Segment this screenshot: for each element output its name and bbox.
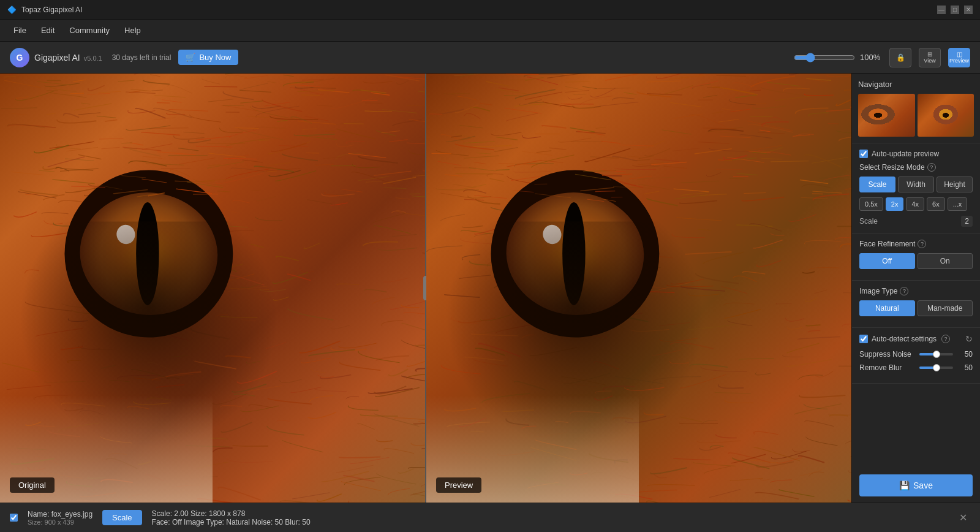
menu-bar: File Edit Community Help <box>0 20 980 42</box>
preview-label: Preview <box>436 477 481 493</box>
buy-icon: 🛒 <box>186 53 195 62</box>
close-button[interactable]: ✕ <box>964 6 973 14</box>
zoom-control: 100% <box>794 53 882 63</box>
minimize-button[interactable]: — <box>937 6 946 14</box>
resize-mode-header: Select Resize Mode ? <box>859 163 973 172</box>
auto-update-label: Auto-update preview <box>872 150 939 158</box>
navigator-title: Navigator <box>858 80 974 89</box>
face-on-button[interactable]: On <box>918 253 973 269</box>
scale-presets: 0.5x 2x 4x 6x ...x <box>859 197 973 211</box>
face-refinement-help-icon[interactable]: ? <box>918 240 926 248</box>
resize-mode-group: Scale Width Height <box>859 177 973 192</box>
auto-update-checkbox[interactable] <box>859 150 868 158</box>
face-refinement-section: Face Refinement ? Off On <box>852 234 980 281</box>
menu-community[interactable]: Community <box>63 23 116 37</box>
natural-button[interactable]: Natural <box>859 300 915 316</box>
image-viewer[interactable]: Original Preview <box>0 74 851 503</box>
man-made-button[interactable]: Man-made <box>918 300 973 316</box>
face-refinement-group: Off On <box>859 253 973 269</box>
auto-detect-checkbox[interactable] <box>859 335 868 343</box>
suppress-noise-row: Suppress Noise 50 <box>859 350 973 359</box>
suppress-noise-track[interactable] <box>919 353 953 355</box>
original-canvas <box>0 74 425 503</box>
status-file-info: Name: fox_eyes.jpg Size: 900 x 439 <box>28 510 92 526</box>
preset-4x-button[interactable]: 4x <box>906 197 924 211</box>
status-checkbox <box>10 514 18 522</box>
resize-mode-help-icon[interactable]: ? <box>927 163 936 172</box>
image-type-label: Image Type <box>859 287 897 295</box>
suppress-noise-value: 50 <box>958 350 973 359</box>
buy-now-button[interactable]: 🛒 Buy Now <box>178 50 238 65</box>
original-label: Original <box>10 477 55 493</box>
toolbar: G Gigapixel AI v5.0.1 30 days left in tr… <box>0 42 980 74</box>
zoom-slider[interactable] <box>794 53 855 63</box>
status-face-info: Face: Off Image Type: Natural Noise: 50 … <box>152 518 311 526</box>
preset-2x-button[interactable]: 2x <box>886 197 904 211</box>
nav-preview <box>858 94 974 137</box>
menu-help[interactable]: Help <box>118 23 147 37</box>
menu-edit[interactable]: Edit <box>35 23 61 37</box>
refresh-icon[interactable]: ↻ <box>965 334 973 344</box>
preview-canvas <box>426 74 851 503</box>
resize-mode-label: Select Resize Mode <box>859 163 925 172</box>
suppress-noise-label: Suppress Noise <box>859 350 914 359</box>
face-off-button[interactable]: Off <box>859 253 915 269</box>
navigator-section: Navigator <box>852 74 980 143</box>
preset-05x-button[interactable]: 0.5x <box>859 197 883 211</box>
nav-thumb-after <box>918 94 974 137</box>
view-icon: ⊞ <box>927 51 932 58</box>
scale-value: 2 <box>961 216 973 227</box>
save-section: 💾 Save <box>852 465 980 503</box>
lock-button[interactable]: 🔒 <box>889 48 911 67</box>
auto-detect-help-icon[interactable]: ? <box>941 335 950 343</box>
remove-blur-track[interactable] <box>919 367 953 369</box>
image-type-help-icon[interactable]: ? <box>900 287 908 295</box>
remove-blur-row: Remove Blur 50 <box>859 363 973 372</box>
auto-detect-row: Auto-detect settings ? <box>859 335 950 343</box>
main-content: Original Preview Navigator <box>0 74 980 503</box>
app-version: v5.0.1 <box>84 55 102 62</box>
status-scale-button[interactable]: Scale <box>102 510 142 525</box>
scale-value-row: Scale 2 <box>859 216 973 227</box>
remove-blur-label: Remove Blur <box>859 363 914 372</box>
save-button[interactable]: 💾 Save <box>859 474 973 496</box>
resize-height-button[interactable]: Height <box>937 177 973 192</box>
original-panel: Original <box>0 74 425 503</box>
status-close-button[interactable]: ✕ <box>956 511 970 525</box>
preset-custom-button[interactable]: ...x <box>948 197 968 211</box>
auto-update-section: Auto-update preview Select Resize Mode ?… <box>852 143 980 234</box>
right-panel: Navigator Auto-update preview Select Res… <box>851 74 980 503</box>
face-refinement-label: Face Refinement <box>859 240 915 248</box>
remove-blur-value: 50 <box>958 363 973 372</box>
status-file-checkbox[interactable] <box>10 514 18 522</box>
auto-detect-section: Auto-detect settings ? ↻ Suppress Noise … <box>852 328 980 384</box>
suppress-noise-thumb[interactable] <box>933 351 940 358</box>
face-refinement-header: Face Refinement ? <box>859 240 973 248</box>
trial-text: 30 days left in trial <box>112 53 172 62</box>
scale-label: Scale <box>859 217 878 226</box>
status-info: Scale: 2.00 Size: 1800 x 878 Face: Off I… <box>152 509 311 526</box>
status-bar: Name: fox_eyes.jpg Size: 900 x 439 Scale… <box>0 503 980 532</box>
image-type-group: Natural Man-made <box>859 300 973 316</box>
title-bar: 🔷 Topaz Gigapixel AI — □ ✕ <box>0 0 980 20</box>
auto-detect-label: Auto-detect settings <box>872 335 937 343</box>
title-bar-icon: 🔷 <box>7 6 17 14</box>
image-type-section: Image Type ? Natural Man-made <box>852 281 980 328</box>
auto-update-row: Auto-update preview <box>859 150 973 158</box>
preset-6x-button[interactable]: 6x <box>927 197 945 211</box>
menu-file[interactable]: File <box>7 23 32 37</box>
preview-icon: ◫ <box>957 51 962 58</box>
app-name: Gigapixel AI <box>34 53 80 63</box>
nav-thumb-before <box>858 94 915 137</box>
status-filename: Name: fox_eyes.jpg <box>28 510 92 519</box>
remove-blur-thumb[interactable] <box>933 364 940 371</box>
view-button[interactable]: ⊞ View <box>919 48 941 67</box>
app-logo-icon: G <box>10 48 29 67</box>
resize-width-button[interactable]: Width <box>898 177 934 192</box>
title-bar-text: Topaz Gigapixel AI <box>21 6 82 14</box>
resize-scale-button[interactable]: Scale <box>859 177 895 192</box>
preview-button[interactable]: ◫ Preview <box>948 48 970 67</box>
status-filesize: Size: 900 x 439 <box>28 519 92 526</box>
preview-panel: Preview <box>426 74 851 503</box>
maximize-button[interactable]: □ <box>951 6 959 14</box>
